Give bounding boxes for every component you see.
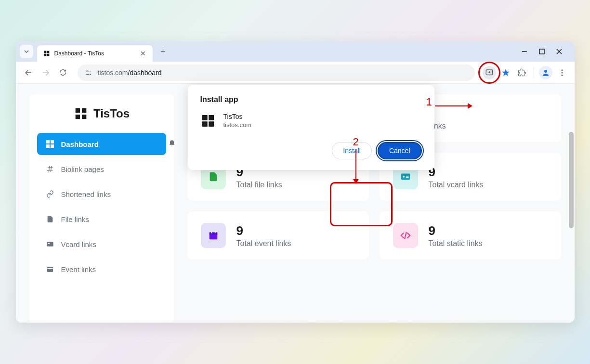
svg-rect-18	[51, 144, 54, 148]
stat-card-event-links: 9Total event links	[187, 211, 369, 260]
brand-name: TisTos	[93, 107, 130, 120]
sidebar-item-file[interactable]: File links	[37, 208, 166, 230]
file-icon	[46, 215, 54, 223]
svg-rect-28	[209, 233, 217, 235]
svg-point-13	[561, 72, 563, 73]
minimize-button[interactable]	[521, 48, 528, 55]
extensions-button[interactable]	[515, 66, 529, 79]
menu-button[interactable]	[555, 66, 569, 79]
bell-icon[interactable]	[168, 140, 176, 149]
hash-icon	[46, 165, 54, 173]
install-app-popup: Install app TisTos tistos.com Install Ca…	[188, 85, 434, 170]
app-icon	[200, 113, 216, 129]
site-settings-icon[interactable]	[84, 68, 93, 77]
close-window-button[interactable]	[555, 48, 563, 55]
svg-point-11	[544, 70, 547, 73]
stat-card-static-links: 9Total static links	[380, 211, 561, 260]
url-text: tistos.com/dashboard	[98, 69, 162, 77]
svg-rect-19	[47, 242, 53, 246]
svg-point-12	[561, 69, 563, 71]
svg-rect-1	[47, 51, 49, 53]
back-button[interactable]	[22, 66, 35, 79]
tab-title: Dashboard - TisTos	[54, 50, 135, 57]
install-button[interactable]: Install	[332, 142, 372, 159]
popup-title: Install app	[200, 95, 422, 104]
svg-point-24	[403, 176, 405, 178]
app-domain: tistos.com	[223, 121, 252, 129]
tab-favicon-icon	[43, 50, 51, 57]
new-tab-button[interactable]: +	[157, 45, 170, 58]
maximize-button[interactable]	[538, 48, 546, 55]
sidebar-item-shortened[interactable]: Shortened links	[37, 183, 166, 205]
svg-rect-20	[48, 243, 50, 244]
svg-rect-5	[539, 49, 544, 54]
svg-rect-23	[401, 174, 409, 180]
cancel-button[interactable]: Cancel	[378, 142, 422, 159]
reload-button[interactable]	[56, 66, 70, 79]
sidebar-item-biolink[interactable]: Biolink pages	[37, 158, 166, 180]
forward-button[interactable]	[39, 66, 52, 79]
stat-label: Total vcard links	[429, 181, 484, 189]
address-bar[interactable]: tistos.com/dashboard	[78, 65, 475, 81]
svg-point-8	[90, 74, 91, 75]
toolbar: tistos.com/dashboard	[16, 62, 575, 84]
sidebar-item-label: Dashboard	[61, 140, 99, 148]
sidebar-item-dashboard[interactable]: Dashboard	[37, 133, 166, 155]
svg-rect-26	[406, 177, 408, 178]
event-stat-icon	[201, 223, 226, 248]
stat-label: Total static links	[429, 239, 483, 248]
sidebar-item-event[interactable]: Event links	[37, 258, 166, 280]
scrollbar[interactable]	[569, 132, 574, 228]
stat-value: 9	[429, 165, 484, 180]
browser-window: Dashboard - TisTos ✕ + tistos.com/dashbo…	[16, 41, 575, 323]
stat-label: Total event links	[236, 239, 291, 248]
sidebar-item-label: Event links	[61, 265, 96, 273]
sidebar-item-label: Vcard links	[61, 240, 96, 248]
card-icon	[46, 240, 54, 248]
sidebar-item-label: Shortened links	[61, 190, 111, 198]
app-name: TisTos	[223, 113, 252, 120]
browser-tab[interactable]: Dashboard - TisTos ✕	[37, 45, 153, 62]
grid-icon	[46, 140, 54, 148]
svg-rect-17	[46, 144, 50, 148]
svg-point-14	[561, 74, 563, 76]
stat-value: 9	[429, 223, 483, 238]
window-controls	[521, 48, 571, 55]
sidebar-item-label: File links	[61, 215, 89, 223]
profile-button[interactable]	[539, 66, 552, 79]
svg-rect-0	[44, 51, 46, 53]
install-app-button[interactable]	[483, 66, 496, 79]
sidebar-item-label: Biolink pages	[61, 165, 104, 173]
static-stat-icon	[393, 223, 418, 248]
calendar-icon	[46, 265, 54, 273]
svg-rect-21	[47, 267, 53, 272]
svg-rect-2	[44, 54, 46, 56]
stat-label: Total file links	[236, 181, 282, 189]
tab-close-button[interactable]: ✕	[139, 50, 147, 57]
stat-value: 9	[236, 223, 291, 238]
svg-point-6	[86, 70, 88, 72]
brand-logo[interactable]: TisTos	[37, 106, 166, 121]
svg-rect-15	[46, 140, 50, 143]
svg-rect-3	[47, 54, 49, 56]
link-icon	[46, 190, 54, 198]
tab-search-button[interactable]	[20, 45, 33, 58]
tab-bar: Dashboard - TisTos ✕ +	[16, 41, 575, 62]
sidebar-item-vcard[interactable]: Vcard links	[37, 233, 166, 255]
logo-icon	[73, 106, 89, 121]
svg-rect-16	[51, 140, 54, 143]
svg-rect-25	[406, 176, 408, 176]
bookmark-icon[interactable]	[499, 66, 512, 79]
sidebar: TisTos Dashboard Biolink pages Shortened…	[29, 94, 174, 323]
